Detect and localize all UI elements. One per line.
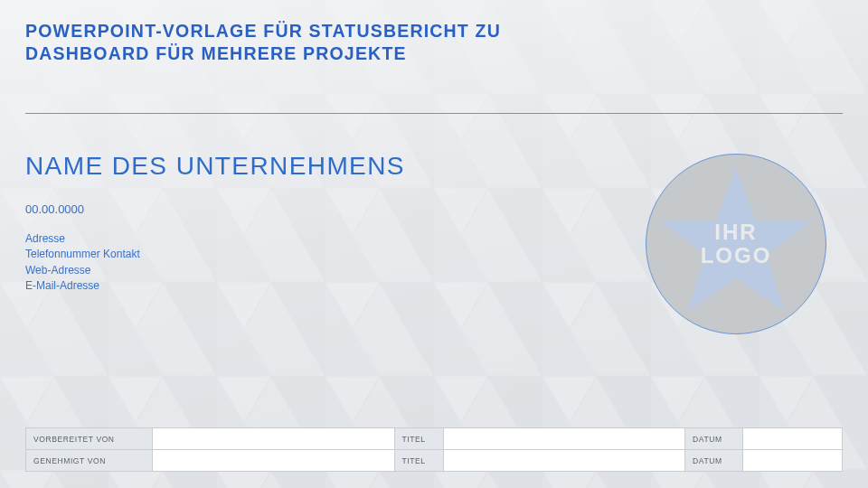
title-line-1: POWERPOINT-VORLAGE FÜR STATUSBERICHT ZU [25, 20, 843, 42]
title-label-1: TITEL [394, 428, 443, 450]
approval-table: VORBEREITET VON TITEL DATUM GENEHMIGT VO… [25, 427, 843, 472]
title-value-1[interactable] [443, 428, 685, 450]
date-value-2[interactable] [743, 450, 843, 472]
logo-text-line-1: IHR [701, 221, 772, 244]
phone-line: Telefonnummer Kontakt [25, 247, 140, 262]
date-label-2: DATUM [685, 450, 743, 472]
table-row: VORBEREITET VON TITEL DATUM [26, 428, 843, 450]
title-line-2: DASHBOARD FÜR MEHRERE PROJEKTE [25, 42, 843, 65]
prepared-by-label: VORBEREITET VON [26, 428, 153, 450]
web-line: Web-Adresse [25, 263, 140, 278]
logo-placeholder: IHR LOGO [646, 154, 826, 334]
address-line: Adresse [25, 231, 140, 247]
template-title: POWERPOINT-VORLAGE FÜR STATUSBERICHT ZU … [25, 20, 843, 66]
company-name: NAME DES UNTERNEHMENS [25, 152, 405, 181]
logo-text-line-2: LOGO [701, 244, 772, 267]
approved-by-value[interactable] [153, 450, 395, 472]
prepared-by-value[interactable] [153, 428, 395, 450]
approved-by-label: GENEHMIGT VON [26, 450, 153, 472]
table-row: GENEHMIGT VON TITEL DATUM [26, 450, 843, 472]
title-label-2: TITEL [394, 450, 443, 472]
date-value-1[interactable] [743, 428, 843, 450]
date-placeholder: 00.00.0000 [25, 202, 84, 216]
contact-info-block: Adresse Telefonnummer Kontakt Web-Adress… [25, 231, 140, 295]
email-line: E-Mail-Adresse [25, 278, 140, 294]
horizontal-divider [25, 113, 843, 114]
date-label-1: DATUM [685, 428, 743, 450]
title-value-2[interactable] [443, 450, 685, 472]
